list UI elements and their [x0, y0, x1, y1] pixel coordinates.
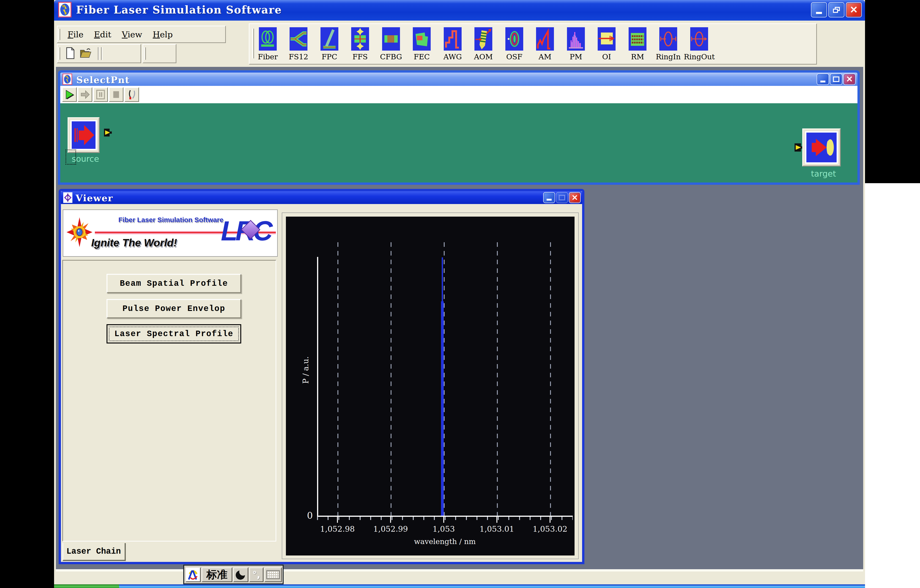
target-node[interactable]: [802, 128, 841, 166]
taskbar-strip[interactable]: [119, 584, 865, 588]
target-node-frame: [805, 131, 838, 164]
toolbar-item-pm[interactable]: PM: [560, 27, 591, 61]
band-grip[interactable]: [144, 47, 146, 60]
spectrum-peak-base: [441, 301, 444, 516]
toolbar-item-fs12[interactable]: FS12: [283, 27, 314, 61]
starburst-logo-icon: [66, 215, 93, 250]
laser-chain-tab[interactable]: Laser Chain: [63, 543, 126, 561]
x-axis-label: wavelength / nm: [414, 537, 476, 546]
source-node[interactable]: [68, 117, 100, 153]
ime-mode-label: 标准: [206, 568, 227, 582]
y-axis-label: P / a.u.: [301, 352, 310, 384]
new-file-button[interactable]: [66, 47, 75, 60]
main-restore-button[interactable]: [828, 2, 844, 18]
y-origin-label: 0: [307, 510, 313, 521]
logo-tagline: Ignite The World!: [91, 236, 177, 249]
run-button[interactable]: [62, 87, 77, 102]
minimize-icon: [816, 12, 822, 14]
menu-help[interactable]: Help: [151, 30, 175, 39]
spectral-chart[interactable]: P / a.u. 0 1,052.98 1,052.99 1,053 1,053…: [286, 216, 575, 556]
toolbar-item-fiber[interactable]: Fiber: [253, 27, 283, 61]
ime-language-bar[interactable]: 标准 °,: [183, 565, 283, 584]
selectpnt-close-button[interactable]: ✕: [843, 73, 856, 85]
viewer-title-bar[interactable]: Viewer ✕: [61, 191, 582, 204]
amplitude-modulator-icon: [536, 27, 554, 51]
menu-bar: File Edit View Help: [57, 26, 226, 43]
fiber-coil-icon: [259, 27, 277, 51]
ime-logo-button[interactable]: [186, 567, 201, 582]
toolbar-item-ffs[interactable]: FFS: [345, 27, 376, 61]
main-title-bar[interactable]: Fiber Laser Simulation Software ✕: [54, 0, 865, 21]
design-canvas[interactable]: source target: [60, 103, 857, 183]
toolbar-item-am[interactable]: AM: [530, 27, 560, 61]
selectpnt-window-title: SelectPnt: [76, 74, 130, 85]
menu-edit[interactable]: Edit: [92, 30, 113, 39]
minimize-icon: [820, 81, 825, 82]
step-button[interactable]: [78, 87, 92, 102]
pulse-power-envelop-button[interactable]: Pulse Power Envelop: [107, 299, 241, 318]
phase-modulator-icon: [567, 27, 585, 51]
toolbar-item-fec[interactable]: FEC: [407, 27, 437, 61]
probe-button[interactable]: [125, 87, 139, 102]
band-grip[interactable]: [58, 47, 60, 60]
maximize-icon: [559, 195, 565, 200]
toolbar-item-ringout[interactable]: RingOut: [684, 27, 714, 61]
band-grip[interactable]: [58, 29, 60, 40]
maximize-icon: [833, 76, 839, 82]
main-window-bottom-edge: [56, 569, 863, 572]
ime-punctuation-label: °,: [252, 569, 260, 580]
viewer-maximize-button[interactable]: [556, 192, 568, 203]
toolbar-item-awg[interactable]: AWG: [437, 27, 468, 61]
start-button[interactable]: [54, 584, 119, 588]
menu-view[interactable]: View: [120, 30, 144, 39]
beam-spatial-profile-button[interactable]: Beam Spatial Profile: [107, 274, 241, 293]
selectpnt-window: SelectPnt ✕ sour: [58, 70, 860, 185]
open-file-button[interactable]: [80, 48, 92, 59]
toolbar-item-osf[interactable]: OSF: [499, 27, 530, 61]
pause-button[interactable]: [93, 87, 108, 102]
laser-spectral-profile-button[interactable]: Laser Spectral Profile: [107, 324, 241, 344]
ring-out-icon: [690, 27, 708, 51]
app-globe-icon: [63, 73, 72, 86]
ime-softkeyboard-button[interactable]: [264, 567, 282, 582]
toolbar-item-ringin[interactable]: RingIn: [653, 27, 684, 61]
selectpnt-title-bar[interactable]: SelectPnt ✕: [60, 73, 857, 86]
toolbar-item-cfbg[interactable]: CFBG: [376, 27, 407, 61]
toolbar-separator: [101, 47, 102, 60]
close-icon: ✕: [846, 75, 853, 83]
toolbar-item-aom[interactable]: AOM: [468, 27, 499, 61]
viewer-close-button[interactable]: ✕: [569, 192, 581, 203]
x-tick-label: 1,053: [432, 524, 455, 533]
viewer-minimize-button[interactable]: [543, 192, 555, 203]
x-tick-label: 1,052.99: [373, 524, 408, 533]
ime-fullwidth-button[interactable]: [233, 567, 248, 582]
gridline: [550, 242, 551, 516]
app-globe-icon: [58, 2, 71, 18]
moon-icon: [236, 570, 246, 580]
stop-button[interactable]: [109, 87, 123, 102]
selectpnt-maximize-button[interactable]: [830, 73, 842, 85]
main-close-button[interactable]: ✕: [846, 2, 862, 18]
toolbar-item-rm[interactable]: RM: [622, 27, 653, 61]
ime-punctuation-button[interactable]: °,: [249, 567, 264, 582]
play-icon: [64, 89, 75, 100]
toolbar-item-fpc[interactable]: FPC: [314, 27, 345, 61]
reflective-mirror-icon: [628, 27, 646, 51]
component-toolbar: Fiber FS12 FPC FFS CFBG FEC AWG AOM: [249, 23, 817, 65]
toolbar-item-oi[interactable]: OI: [591, 27, 622, 61]
ime-logo-icon: [187, 569, 199, 581]
logo-panel: Fiber Laser Simulation Software Ignite T…: [63, 210, 278, 257]
toolbar-separator: [98, 47, 99, 60]
ime-mode-button[interactable]: 标准: [202, 567, 232, 582]
acousto-optic-modulator-icon: [475, 27, 492, 51]
target-node-label: target: [811, 169, 836, 178]
main-minimize-button[interactable]: [811, 2, 827, 18]
new-document-icon: [66, 47, 75, 59]
selectpnt-minimize-button[interactable]: [817, 73, 829, 85]
main-window-title: Fiber Laser Simulation Software: [76, 4, 282, 16]
menu-file[interactable]: File: [65, 30, 86, 39]
close-icon: ✕: [572, 194, 578, 202]
source-output-port[interactable]: [103, 128, 112, 139]
target-input-port[interactable]: [793, 142, 803, 153]
x-axis-major-tick: [390, 517, 391, 523]
